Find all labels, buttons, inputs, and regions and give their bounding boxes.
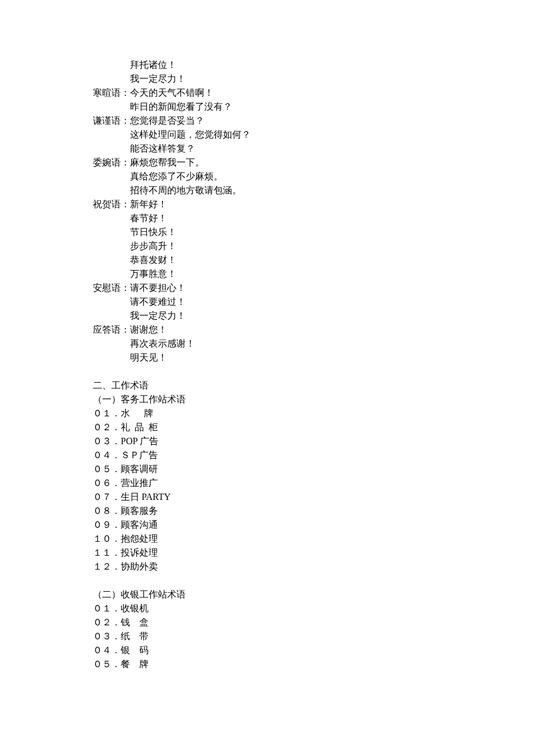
document-line: 明天见！ — [93, 351, 441, 365]
document-line: 这样处理问题，您觉得如何？ — [93, 128, 441, 142]
document-line: 安慰语：请不要担心！ — [93, 281, 441, 295]
document-line: １１．投诉处理 — [93, 546, 441, 560]
document-line: 我一定尽力！ — [93, 72, 441, 86]
document-line: ０８．顾客服务 — [93, 504, 441, 518]
document-line: 真给您添了不少麻烦。 — [93, 170, 441, 183]
document-line: ０１．水 牌 — [93, 406, 441, 420]
document-line: ０２．礼 品 柜 — [93, 420, 441, 434]
document-line: １０．抱怨处理 — [93, 532, 441, 546]
document-line: ０９．顾客沟通 — [93, 518, 441, 532]
document-line: ０５．顾客调研 — [93, 462, 441, 476]
document-line: （二）收银工作站术语 — [93, 588, 441, 602]
document-line: 拜托诸位！ — [93, 58, 441, 72]
document-line: ０２．钱 盒 — [93, 615, 441, 629]
document-line — [93, 574, 441, 588]
document-line: 祝贺语：新年好！ — [93, 197, 441, 211]
document-line: ０５．餐 牌 — [93, 657, 441, 671]
document-line: 寒暄语：今天的天气不错啊！ — [93, 86, 441, 100]
document-line: （一）客务工作站术语 — [93, 393, 441, 406]
document-line: 谦谨语：您觉得是否妥当？ — [93, 114, 441, 128]
document-line: 能否这样答复？ — [93, 142, 441, 156]
document-page: 拜托诸位！我一定尽力！寒暄语：今天的天气不错啊！昨日的新闻您看了没有？谦谨语：您… — [0, 0, 534, 756]
document-line: ０３．纸 带 — [93, 629, 441, 643]
document-line: 再次表示感谢！ — [93, 337, 441, 351]
document-line: 委婉语：麻烦您帮我一下。 — [93, 156, 441, 170]
document-line: ０４．ＳＰ广告 — [93, 448, 441, 462]
document-line: 招待不周的地方敬请包涵。 — [93, 183, 441, 197]
document-line: 请不要难过！ — [93, 295, 441, 309]
document-line: ０７．生日 PARTY — [93, 490, 441, 504]
document-line: 步步高升！ — [93, 239, 441, 253]
document-line: 昨日的新闻您看了没有？ — [93, 100, 441, 114]
document-line: ０６．营业推广 — [93, 476, 441, 490]
document-line: 春节好！ — [93, 211, 441, 225]
document-line: 我一定尽力！ — [93, 309, 441, 323]
document-line: １２．协助外卖 — [93, 560, 441, 574]
document-line: 恭喜发财！ — [93, 253, 441, 267]
document-line: 节日快乐！ — [93, 225, 441, 239]
document-line: 万事胜意！ — [93, 267, 441, 281]
document-line: ０４．银 码 — [93, 643, 441, 657]
document-line: ０３．POP 广告 — [93, 434, 441, 448]
document-line: 应答语：谢谢您！ — [93, 323, 441, 337]
document-line: 二、工作术语 — [93, 379, 441, 393]
document-line: ０１．收银机 — [93, 602, 441, 615]
document-line — [93, 365, 441, 379]
